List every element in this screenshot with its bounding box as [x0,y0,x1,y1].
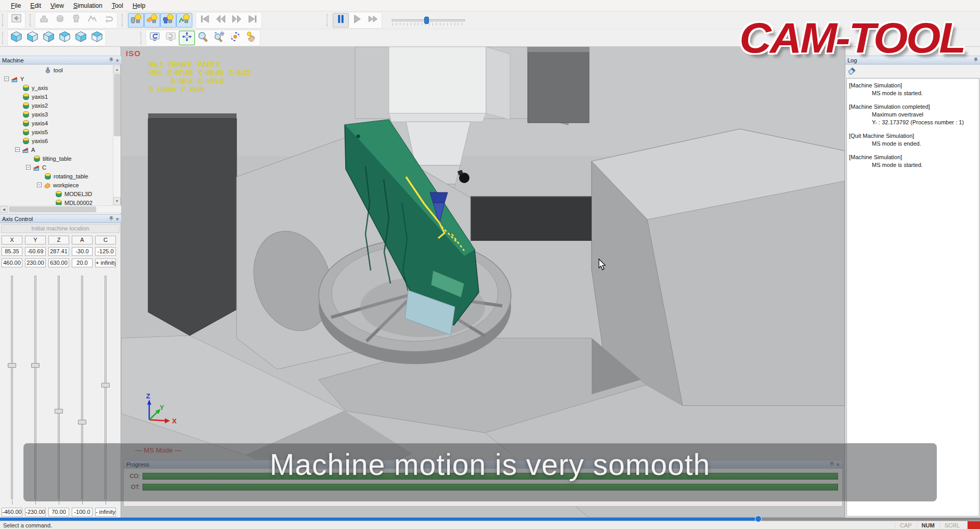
scrollbar-thumb[interactable] [114,74,121,136]
tree-item-yaxis6[interactable]: yaxis6 [0,136,113,145]
axis-lower-limit-z[interactable]: 70.00 [48,508,69,517]
zoom-window-button[interactable] [195,31,211,45]
clear-log-icon[interactable] [847,66,856,77]
scroll-left-icon[interactable]: ◀ [0,206,8,213]
exit-simulation-button[interactable] [8,13,24,28]
tree-item-yaxis5[interactable]: yaxis5 [0,127,113,136]
pin-icon[interactable] [109,57,114,63]
scroll-up-icon[interactable]: ▲ [113,66,121,73]
toolbar-grip[interactable] [30,14,33,27]
collapse-icon[interactable]: − [4,76,9,81]
collapse-icon[interactable]: − [26,165,31,170]
scroll-down-icon[interactable]: ▼ [113,197,121,205]
fit-view-button[interactable] [179,31,195,45]
stock-display-button[interactable] [52,13,68,28]
view-back-button[interactable] [41,31,57,45]
video-seekbar[interactable] [0,518,980,521]
tree-item-yaxis3[interactable]: yaxis3 [0,110,113,119]
previous-view-button[interactable] [147,31,163,45]
view-right-button[interactable] [73,31,89,45]
collapse-icon[interactable]: − [15,147,20,152]
close-icon[interactable]: × [116,58,119,63]
menu-edit[interactable]: Edit [25,1,46,10]
menu-help[interactable]: Help [128,1,150,10]
show-holder-button[interactable] [160,13,176,28]
view-left-button[interactable] [57,31,73,45]
close-icon[interactable]: × [116,216,119,222]
toolbar-grip[interactable] [2,14,5,27]
tree-item-c[interactable]: −C [0,163,113,172]
tree-horizontal-scrollbar[interactable]: ◀ [0,205,121,213]
tree-item-yaxis4[interactable]: yaxis4 [0,119,113,127]
axis-upper-limit-z[interactable]: 630.00 [48,259,69,267]
axis-slider-thumb-a[interactable] [78,420,86,424]
pin-icon[interactable] [109,216,114,222]
tree-vertical-scrollbar[interactable]: ▲ ▼ [113,66,121,205]
holder-display-button[interactable] [68,13,84,28]
toolbar-grip[interactable] [326,14,330,27]
axis-slider-thumb-y[interactable] [31,363,40,368]
step-forward-button[interactable] [229,13,245,28]
axis-lower-limit-y[interactable]: -230.00 [25,508,46,517]
pause-button[interactable] [333,13,349,28]
tree-item-a[interactable]: −A [0,145,113,154]
machine-display-button[interactable] [36,13,52,28]
play-button[interactable] [349,13,365,28]
next-view-button[interactable] [163,31,179,45]
axis-lower-limit-c[interactable]: - infinity [95,508,116,517]
toolbar-grip[interactable] [122,14,125,27]
slider-thumb[interactable] [424,17,429,24]
axis-current-c[interactable]: -125.0 [95,247,116,256]
collapse-icon[interactable]: − [37,183,42,187]
menu-view[interactable]: View [46,1,69,10]
tree-item-rotating_table[interactable]: rotating_table [0,172,113,180]
skip-to-start-button[interactable] [197,13,213,28]
tree-item-workpiece[interactable]: −workpiece [0,180,113,189]
tree-item-mdl00002[interactable]: MDL00002 [0,198,113,205]
axis-slider-thumb-z[interactable] [55,409,63,414]
path-display-button[interactable] [84,13,100,28]
menu-file[interactable]: File [6,1,25,10]
reset-display-button[interactable] [100,13,116,28]
show-stock-button[interactable] [144,13,160,28]
view-isometric-button[interactable] [8,31,24,45]
rotate-view-button[interactable] [227,31,243,45]
axis-current-y[interactable]: -60.69 [25,247,46,256]
skip-to-end-button[interactable] [245,13,261,28]
axis-upper-limit-x[interactable]: 460.00 [2,259,22,267]
axis-slider-thumb-c[interactable] [101,383,110,388]
axis-current-z[interactable]: 287.41 [48,247,69,256]
toolbar-grip[interactable] [140,32,143,44]
menu-simulation[interactable]: Simulation [69,1,107,10]
initial-machine-location-button[interactable]: Initial machine location [1,224,120,233]
pan-view-button[interactable] [243,31,259,45]
pin-icon[interactable] [973,57,978,63]
simulation-speed-slider[interactable] [389,15,467,26]
tree-item-y_axis[interactable]: y_axis [0,83,113,92]
axis-upper-limit-y[interactable]: 230.00 [25,259,46,267]
zoom-in-out-button[interactable] [211,31,227,45]
step-backward-button[interactable] [213,13,229,28]
toolbar-grip[interactable] [2,32,5,44]
axis-current-x[interactable]: 85.35 [2,247,22,256]
tree-item-tool[interactable]: tool [0,66,113,74]
tree-item-model3d[interactable]: MODEL3D [0,189,113,198]
axis-upper-limit-c[interactable]: + infinity [95,259,116,267]
scrollbar-thumb[interactable] [9,207,96,212]
fast-forward-button[interactable] [365,13,381,28]
menu-tool[interactable]: Tool [107,1,128,10]
show-machine-button[interactable] [128,13,144,28]
axis-slider-thumb-x[interactable] [8,363,16,368]
axis-lower-limit-x[interactable]: -460.00 [2,508,22,517]
axis-upper-limit-a[interactable]: 20.0 [72,259,93,267]
tree-item-tilting_table[interactable]: tilting_table [0,154,113,163]
tree-item-yaxis1[interactable]: yaxis1 [0,92,113,101]
tree-item-yaxis2[interactable]: yaxis2 [0,101,113,110]
show-toolpath-button[interactable] [176,13,192,28]
view-top-button[interactable] [89,31,105,45]
axis-lower-limit-a[interactable]: -100.0 [72,508,93,517]
view-front-button[interactable] [24,31,41,45]
tree-item-y[interactable]: −Y [0,74,113,83]
seekbar-handle[interactable] [755,515,762,522]
axis-current-a[interactable]: -30.0 [72,247,93,256]
